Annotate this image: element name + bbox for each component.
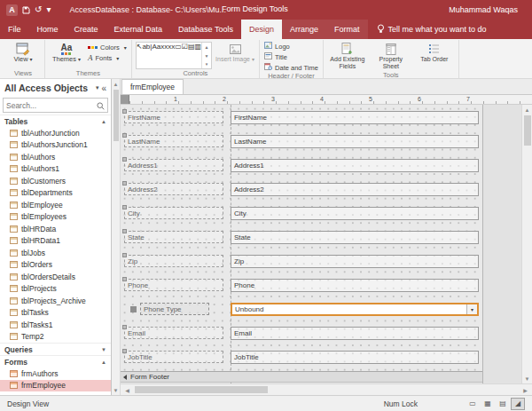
ribbon-tab[interactable]: Create [66,20,106,39]
scrollbar-thumb[interactable] [135,386,268,393]
fonts-button[interactable]: A Fonts▾ [87,53,128,62]
scrollbar-thumb[interactable] [524,115,531,146]
move-handle[interactable] [122,229,127,233]
field-label[interactable]: Phone Type [140,303,209,315]
gallery-scroll-up-icon[interactable]: ▲ [205,44,209,50]
move-handle[interactable] [122,133,127,138]
search-icon[interactable] [97,98,105,114]
field-textbox[interactable]: Unbound ▾ [231,303,479,316]
field-textbox[interactable]: LastName ▾ [231,135,479,148]
form-field-row[interactable]: Email Email ▾ [121,326,482,340]
ribbon-tab[interactable]: External Data [106,20,171,39]
nav-item-table[interactable]: tblJobs [0,247,111,259]
field-label[interactable]: Email [124,327,223,339]
ribbon-tab[interactable]: Database Tools [170,20,241,39]
scrollbar-thumb[interactable] [113,90,119,141]
ribbon-tab[interactable]: Design [241,20,282,39]
nav-item-table[interactable]: Temp2 [0,331,111,344]
form-field-row[interactable]: Address1 Address1 ▾ [121,158,482,172]
scroll-right-icon[interactable]: ▶ [520,384,530,395]
move-handle[interactable] [122,277,127,281]
nav-item-table[interactable]: tblAuthorsJunction1 [0,139,111,152]
combo-dropdown-icon[interactable]: ▾ [466,304,477,314]
field-textbox[interactable]: Address1 ▾ [231,159,479,172]
shutter-bar-close-icon[interactable]: « [101,83,106,93]
field-label[interactable]: Phone [124,279,223,291]
scroll-up-icon[interactable]: ▲ [522,105,532,115]
nav-pane-title[interactable]: All Access Objects [4,83,93,93]
move-handle[interactable] [122,349,127,353]
form-field-row[interactable]: State State ▾ [121,230,482,244]
ribbon-tab[interactable]: Home [29,20,66,39]
select-tool-icon[interactable]: ↖ [137,43,143,68]
ribbon-tab[interactable]: Arrange [282,20,326,39]
nav-item-table[interactable]: tblTasks1 [0,319,111,331]
checkbox-control-icon[interactable]: ☑ [182,43,188,68]
field-label[interactable]: LastName [124,135,223,147]
move-handle[interactable] [122,325,127,329]
account-user-name[interactable]: Muhammad Waqas [449,5,532,14]
button-control-icon[interactable]: xxxx [160,43,175,68]
tell-me-box[interactable]: Tell me what you want to do [368,20,496,39]
field-textbox[interactable]: City ▾ [231,207,479,220]
nav-item-table[interactable]: tblProjects [0,283,111,296]
move-handle[interactable] [122,109,127,114]
form-field-row[interactable]: JobTitle JobTitle ▾ [121,350,482,364]
nav-item-table[interactable]: tblOrders [0,259,111,272]
nav-section-queries[interactable]: Queries ▼ [0,343,111,355]
move-handle[interactable] [122,181,127,186]
form-field-row[interactable]: Zip Zip ▾ [121,254,482,268]
ribbon-tab[interactable]: Format [326,20,368,39]
form-field-row[interactable]: Address2 Address2 ▾ [121,182,482,196]
textbox-control-icon[interactable]: ab| [142,43,152,68]
field-textbox[interactable]: FirstName ▾ [231,111,479,124]
form-field-row[interactable]: Phone Phone ▾ [121,278,482,292]
tab-control-icon[interactable]: ▭ [175,43,182,68]
field-label[interactable]: FirstName [124,111,223,123]
nav-item-form[interactable]: frmAuthors [0,368,111,380]
quick-access-dropdown-icon[interactable]: ▾ [46,5,51,14]
title-button[interactable]: Title [263,52,319,61]
view-button[interactable]: View▾ [5,41,41,64]
nav-item-table[interactable]: tblEmployees [0,211,111,224]
move-handle[interactable] [122,157,127,162]
themes-button[interactable]: Aa Themes▾ [49,41,84,64]
field-textbox[interactable]: Email ▾ [231,327,479,340]
horizontal-ruler[interactable]: 1234567 [129,95,532,104]
field-textbox[interactable]: Phone ▾ [231,279,479,292]
nav-item-table[interactable]: tblTasks [0,307,111,320]
nav-item-table[interactable]: tblCustomers [0,175,111,187]
property-sheet-button[interactable]: Property Sheet [371,41,411,71]
move-handle[interactable] [130,306,137,312]
field-textbox[interactable]: State ▾ [231,231,479,244]
vertical-scrollbar[interactable]: ▲ ▼ [521,105,532,383]
form-design-grid[interactable]: FirstName FirstName ▾ LastName [121,105,483,383]
nav-item-table[interactable]: tblOrdersDetails [0,271,111,283]
form-view-icon[interactable]: ▭ [466,398,480,410]
field-textbox[interactable]: JobTitle ▾ [231,351,479,364]
layout-view-icon[interactable]: ▤ [496,398,510,410]
form-field-row[interactable]: LastName LastName ▾ [121,134,482,148]
nav-item-table[interactable]: tblAuthors [0,151,111,163]
date-time-button[interactable]: Date and Time [263,63,319,72]
nav-item-table[interactable]: tblHRData [0,223,111,235]
nav-menu-dropdown-icon[interactable]: ▾ [96,84,99,91]
label-control-icon[interactable]: Aa [152,43,160,68]
nav-item-form[interactable]: frmEmployee [0,380,111,392]
save-icon[interactable] [22,6,30,14]
nav-item-table[interactable]: tblDepartments [0,187,111,200]
move-handle[interactable] [122,205,127,209]
nav-scrollbar[interactable]: ▲ ▼ [112,79,121,395]
field-label[interactable]: Zip [124,255,223,267]
undo-icon[interactable]: ↺ [35,5,42,14]
scroll-down-icon[interactable]: ▼ [112,385,120,395]
ribbon-tab[interactable]: File [0,20,29,39]
search-input[interactable] [6,101,97,110]
document-tab[interactable]: frmEmployee [121,79,184,94]
search-box[interactable] [3,98,108,113]
field-label[interactable]: Address1 [124,159,223,171]
move-handle[interactable] [122,253,127,257]
gallery-more-icon[interactable]: ▾ [206,61,208,67]
scroll-down-icon[interactable]: ▼ [522,374,532,383]
nav-item-table[interactable]: tblProjects_Archive [0,295,111,307]
